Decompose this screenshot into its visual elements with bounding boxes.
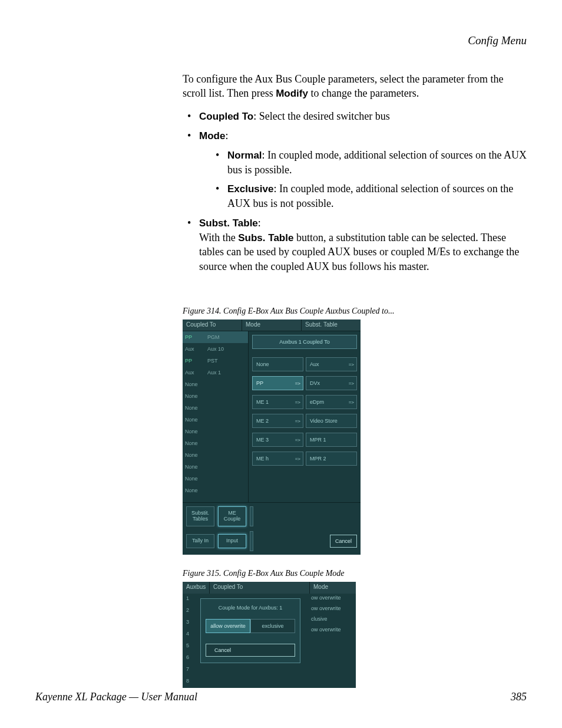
fig314-left-col1: None xyxy=(185,476,207,482)
fig314-left-col1: None xyxy=(185,429,207,434)
arrow-icon: => xyxy=(349,362,354,367)
fig314-source-button[interactable]: None xyxy=(252,357,303,371)
fig314-target-button[interactable]: DVx=> xyxy=(306,376,357,390)
fig314-left-col1: None xyxy=(185,487,207,493)
fig314-left-row[interactable]: AuxAux 1 xyxy=(183,367,248,378)
fig314-left-row[interactable]: None xyxy=(183,461,248,473)
fig314-target-button[interactable]: Video Store xyxy=(306,414,357,428)
fig315-mode-value: clusive xyxy=(310,616,356,627)
subs-table-bold: Subs. Table xyxy=(238,232,293,243)
fig314-source-button[interactable]: ME 2=> xyxy=(252,414,303,428)
exclusive-label: Exclusive xyxy=(227,183,273,195)
fig314-coupled-to-title: Auxbus 1 Coupled To xyxy=(252,335,357,349)
fig314-left-row[interactable]: None xyxy=(183,390,248,402)
fig315-dialog-title: Couple Mode for Auxbus: 1 xyxy=(206,605,295,611)
fig314-left-col1: None xyxy=(185,440,207,446)
fig315-row-number[interactable]: 5 xyxy=(183,641,196,653)
fig314-left-row[interactable]: None xyxy=(183,485,248,496)
subst-table-label: Subst. Table xyxy=(199,218,258,229)
fig314-header-mode[interactable]: Mode xyxy=(242,319,302,331)
fig314-left-col1: None xyxy=(185,464,207,470)
tally-in-button[interactable]: Tally In xyxy=(186,534,214,548)
fig314-header-subst-table[interactable]: Subst. Table xyxy=(302,319,361,331)
arrow-icon: => xyxy=(295,381,300,386)
fig314-left-row[interactable]: PPPGM xyxy=(183,331,248,343)
fig314-left-col1: None xyxy=(185,405,207,411)
arrow-icon: => xyxy=(349,400,354,405)
fig314-source-button[interactable]: ME 1=> xyxy=(252,395,303,409)
fig314-left-row[interactable]: PPPST xyxy=(183,355,248,367)
substit-tables-button[interactable]: Substit. Tables xyxy=(186,506,214,526)
intro-paragraph: To configure the Aux Bus Couple paramete… xyxy=(183,72,527,101)
fig314-source-button[interactable]: ME h=> xyxy=(252,452,303,466)
fig314-left-col1: None xyxy=(185,393,207,399)
mode-label: Mode xyxy=(199,130,225,141)
figure-315: Auxbus Coupled To Mode 12345678 ow overw… xyxy=(183,582,356,688)
normal-label: Normal xyxy=(227,150,262,161)
mode-colon: : xyxy=(225,130,228,141)
tab-slice[interactable] xyxy=(250,506,253,526)
fig314-source-button[interactable]: ME 3=> xyxy=(252,433,303,447)
fig314-target-button[interactable]: MPR 1 xyxy=(306,433,357,447)
fig315-row-number[interactable]: 2 xyxy=(183,605,196,617)
fig314-cancel-button[interactable]: Cancel xyxy=(330,535,357,548)
fig314-left-col1: Aux xyxy=(185,370,207,375)
input-button[interactable]: Input xyxy=(218,534,246,548)
figure-315-caption: Figure 315. Config E-Box Aux Bus Couple … xyxy=(183,569,527,578)
fig315-row-number[interactable]: 1 xyxy=(183,594,196,605)
fig315-row-number[interactable]: 4 xyxy=(183,629,196,641)
coupled-to-label: Coupled To xyxy=(199,111,253,122)
fig314-target-button[interactable]: Aux=> xyxy=(306,357,357,371)
fig314-source-button[interactable]: PP=> xyxy=(252,376,303,390)
fig315-header-auxbus[interactable]: Auxbus xyxy=(183,582,210,594)
fig315-mode-value: ow overwrite xyxy=(310,627,356,637)
fig315-cancel-button[interactable]: Cancel xyxy=(206,644,295,657)
intro-text-2: to change the parameters. xyxy=(308,87,419,99)
arrow-icon: => xyxy=(295,437,300,443)
fig314-left-col1: None xyxy=(185,417,207,423)
fig315-row-number[interactable]: 6 xyxy=(183,653,196,664)
fig314-left-list[interactable]: PPPGMAuxAux 10PPPSTAuxAux 1NoneNoneNoneN… xyxy=(183,331,249,502)
fig314-left-row[interactable]: None xyxy=(183,473,248,485)
fig315-couple-mode-dialog: Couple Mode for Auxbus: 1 allow overwrit… xyxy=(200,598,300,663)
footer-page-number: 385 xyxy=(511,691,527,703)
arrow-icon: => xyxy=(295,400,300,405)
bullet-subst-table: Subst. Table: With the Subs. Table butto… xyxy=(183,216,527,274)
allow-overwrite-button[interactable]: allow overwrite xyxy=(206,619,250,633)
fig314-left-row[interactable]: None xyxy=(183,449,248,461)
fig315-number-list[interactable]: 12345678 xyxy=(183,594,196,688)
fig314-left-col1: PP xyxy=(185,334,207,340)
fig314-header-coupled-to[interactable]: Coupled To xyxy=(183,319,242,331)
fig314-left-row[interactable]: None xyxy=(183,426,248,437)
fig315-mode-value: ow overwrite xyxy=(310,605,356,616)
fig314-left-col1: None xyxy=(185,452,207,458)
fig314-left-col1: None xyxy=(185,381,207,387)
fig314-left-col2: Aux 10 xyxy=(207,346,248,352)
me-couple-button[interactable]: ME Couple xyxy=(218,506,246,526)
fig314-target-button[interactable]: eDpm=> xyxy=(306,395,357,409)
fig314-left-row[interactable]: AuxAux 10 xyxy=(183,343,248,355)
fig314-left-row[interactable]: None xyxy=(183,402,248,414)
fig315-row-number[interactable]: 8 xyxy=(183,676,196,688)
fig314-left-row[interactable]: None xyxy=(183,414,248,426)
fig315-header-coupled-to[interactable]: Coupled To xyxy=(210,582,310,594)
fig315-mode-value: ow overwrite xyxy=(310,595,356,605)
page-header-section: Config Menu xyxy=(35,34,527,47)
fig314-target-button[interactable]: MPR 2 xyxy=(306,452,357,466)
fig315-row-number[interactable]: 7 xyxy=(183,664,196,676)
arrow-icon: => xyxy=(295,456,300,462)
subst-table-colon: : xyxy=(258,217,261,229)
arrow-icon: => xyxy=(295,419,300,424)
fig314-left-row[interactable]: None xyxy=(183,437,248,449)
fig315-row-number[interactable]: 3 xyxy=(183,617,196,629)
subst-text-1a: With the xyxy=(199,232,238,243)
bullet-normal: Normal: In coupled mode, additional sele… xyxy=(199,148,527,177)
coupled-to-text: : Select the desired switcher bus xyxy=(253,110,389,122)
fig314-left-col2: PST xyxy=(207,358,248,364)
exclusive-button[interactable]: exclusive xyxy=(250,619,295,633)
fig314-left-row[interactable]: None xyxy=(183,378,248,390)
fig315-header-mode[interactable]: Mode xyxy=(310,582,356,594)
fig315-mode-column: ow overwriteow overwriteclusiveow overwr… xyxy=(310,594,356,688)
tab-slice-2[interactable] xyxy=(250,531,253,551)
normal-text: : In coupled mode, additional selection … xyxy=(227,149,527,176)
